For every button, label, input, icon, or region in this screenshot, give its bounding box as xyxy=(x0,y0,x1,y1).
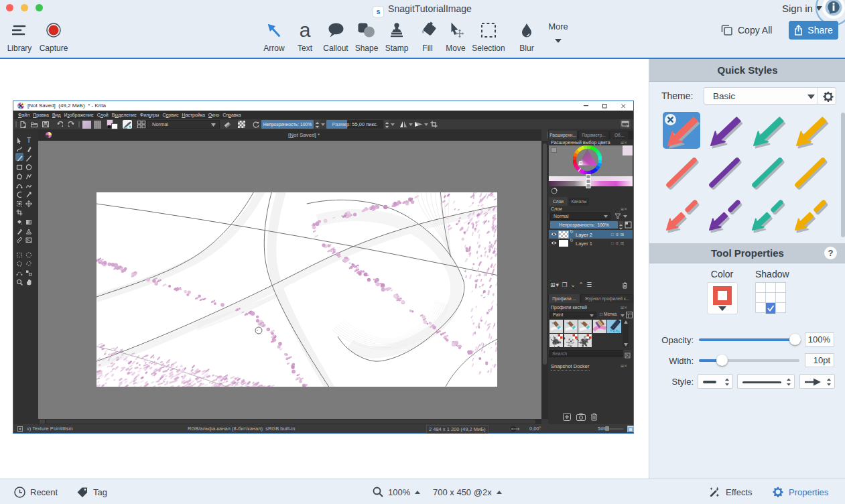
svg-text:T: T xyxy=(27,137,31,144)
